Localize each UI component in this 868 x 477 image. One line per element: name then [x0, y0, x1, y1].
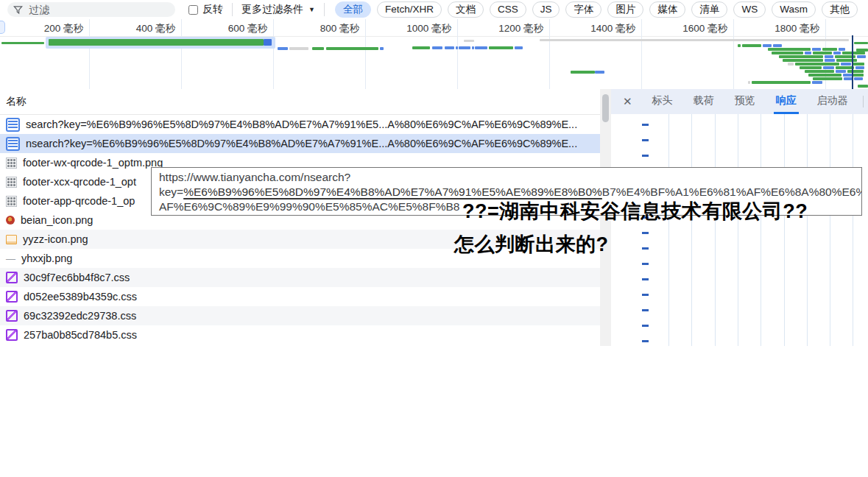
- tab-响应[interactable]: 响应: [774, 89, 799, 114]
- waterfall-bar: [857, 55, 866, 58]
- waterfall-bar: [812, 81, 822, 84]
- waterfall-bar: [813, 77, 842, 80]
- tab-启动器[interactable]: 启动器: [815, 89, 850, 114]
- filter-chip-清单[interactable]: 清单: [691, 1, 727, 18]
- time-tick-label: 1400 毫秒: [547, 22, 635, 35]
- devtools-network-panel: 反转 更多过滤条件 ▼ 全部Fetch/XHR文档CSSJS字体图片媒体清单WS…: [0, 0, 868, 477]
- waterfall-bar: [795, 63, 839, 66]
- filter-chip-fetch-xhr[interactable]: Fetch/XHR: [377, 1, 442, 18]
- request-name: footer-app-qrcode-1_op: [23, 195, 135, 207]
- qr-image-icon: [6, 177, 17, 188]
- waterfall-bar: [768, 48, 811, 51]
- details-tabbar: ✕ 标头载荷预览响应启动器: [611, 89, 868, 114]
- waterfall-bar: [540, 39, 849, 41]
- request-name: 257ba0b85cd784b5.css: [24, 329, 137, 341]
- waterfall-bar: [445, 46, 454, 49]
- tooltip-url-line1: https://www.tianyancha.com/nsearch?: [159, 170, 854, 185]
- waterfall-bar: [432, 46, 442, 49]
- invert-checkbox[interactable]: [188, 5, 198, 15]
- request-name: search?key=%E6%B9%96%E5%8D%97%E4%B8%AD%E…: [26, 119, 577, 130]
- response-dash: [642, 278, 649, 280]
- xhr-doc-icon: [6, 137, 20, 151]
- time-tick-label: 200 毫秒: [0, 22, 83, 35]
- request-row[interactable]: search?key=%E6%B9%96%E5%8D%97%E4%B8%AD%E…: [0, 115, 600, 134]
- badge-image-icon: [6, 216, 15, 225]
- request-row[interactable]: 30c9f7ec6bb4f8c7.css: [0, 268, 600, 287]
- response-dash: [642, 247, 649, 250]
- filter-chip-全部[interactable]: 全部: [335, 1, 371, 18]
- waterfall-bar: [742, 44, 761, 47]
- request-row[interactable]: nsearch?key=%E6%B9%96%E5%8D%97%E4%B8%AD%…: [0, 134, 600, 153]
- waterfall-bar: [788, 63, 794, 66]
- waterfall-bar: [312, 47, 324, 50]
- details-gridline: [784, 114, 785, 346]
- filter-chip-字体[interactable]: 字体: [565, 1, 601, 18]
- waterfall-bar: [49, 39, 264, 46]
- waterfall-bar: [825, 59, 835, 62]
- filter-chip-css[interactable]: CSS: [490, 1, 526, 18]
- waterfall-bar: [841, 63, 851, 66]
- waterfall-bar: [752, 81, 811, 84]
- waterfall-bar: [856, 49, 868, 52]
- waterfall-bar: [748, 81, 750, 84]
- annotation-question: 怎么判断出来的?: [454, 231, 609, 258]
- details-body: [611, 114, 868, 346]
- name-column-header-label: 名称: [6, 95, 27, 108]
- waterfall-bar: [783, 59, 823, 62]
- filter-chip-媒体[interactable]: 媒体: [649, 1, 685, 18]
- filter-chip-wasm[interactable]: Wasm: [772, 1, 816, 18]
- name-column-header[interactable]: 名称: [0, 89, 600, 115]
- waterfall-bar: [772, 52, 803, 54]
- request-row[interactable]: 69c32392edc29738.css: [0, 306, 600, 325]
- waterfall-bar: [833, 52, 841, 54]
- waterfall-bar: [858, 85, 868, 88]
- waterfall-bar: [813, 52, 832, 54]
- tab-预览[interactable]: 预览: [733, 89, 758, 114]
- details-gridline: [807, 114, 808, 346]
- waterfall-bar: [805, 70, 834, 73]
- request-row[interactable]: d052ee5389b4359c.css: [0, 287, 600, 306]
- details-gridline: [691, 114, 692, 346]
- request-name: d052ee5389b4359c.css: [24, 291, 137, 303]
- filter-input-wrap[interactable]: [7, 2, 175, 17]
- waterfall-bar: [472, 46, 474, 49]
- filter-chip-图片[interactable]: 图片: [607, 1, 643, 18]
- response-dash: [642, 232, 649, 234]
- request-rows: search?key=%E6%B9%96%E5%8D%97%E4%B8%AD%E…: [0, 115, 600, 344]
- filter-chip-文档[interactable]: 文档: [448, 1, 484, 18]
- more-filters-label: 更多过滤条件: [241, 3, 303, 16]
- waterfall-bar: [808, 74, 841, 77]
- request-name: yhxxjb.png: [21, 252, 72, 264]
- close-icon[interactable]: ✕: [623, 95, 632, 108]
- tab-载荷[interactable]: 载荷: [691, 89, 716, 114]
- caret-down-icon: ▼: [308, 6, 315, 13]
- request-name: beian_icon.png: [21, 214, 93, 226]
- time-tick-label: 1000 毫秒: [363, 22, 451, 35]
- waterfall-bar: [289, 47, 308, 50]
- response-dash: [642, 294, 649, 296]
- tab-标头[interactable]: 标头: [650, 89, 675, 114]
- waterfall-bar: [805, 52, 811, 54]
- invert-filter[interactable]: 反转: [188, 3, 223, 16]
- time-tick-label: 1800 毫秒: [731, 22, 819, 35]
- request-row[interactable]: 257ba0b85cd784b5.css: [0, 325, 600, 344]
- waterfall-bar: [847, 70, 864, 73]
- waterfall-bar: [839, 48, 845, 51]
- response-dash: [642, 309, 649, 311]
- response-dash: [642, 124, 649, 126]
- css-file-icon: [6, 329, 18, 341]
- missing-image-icon: —: [6, 254, 15, 264]
- waterfall-bar: [571, 71, 595, 74]
- waterfall-bar: [412, 46, 430, 49]
- filter-input[interactable]: [27, 3, 155, 16]
- more-filters-dropdown[interactable]: 更多过滤条件 ▼: [241, 3, 315, 16]
- request-type-filter-chips: 全部Fetch/XHR文档CSSJS字体图片媒体清单WSWasm其他: [335, 1, 858, 18]
- waterfall-bar: [456, 46, 458, 49]
- filter-chip-js[interactable]: JS: [532, 1, 560, 18]
- filter-chip-ws[interactable]: WS: [733, 1, 766, 18]
- list-scrollbar-thumb[interactable]: [602, 94, 609, 122]
- waterfall-bar: [738, 44, 741, 47]
- waterfall-bar: [855, 66, 864, 69]
- filter-chip-其他[interactable]: 其他: [822, 1, 858, 18]
- waterfall-overview[interactable]: 200 毫秒400 毫秒600 毫秒800 毫秒1000 毫秒1200 毫秒14…: [0, 19, 868, 90]
